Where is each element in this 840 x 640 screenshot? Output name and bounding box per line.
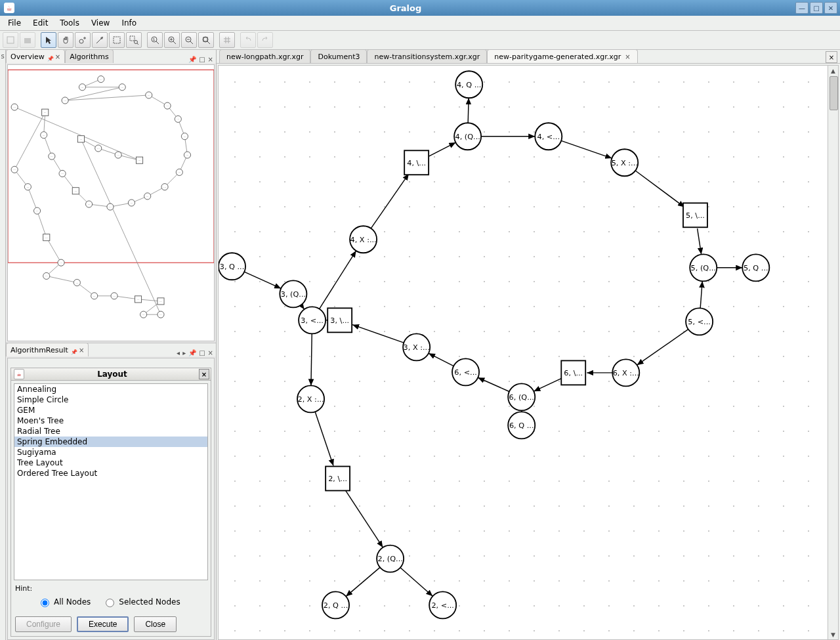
svg-text:3, <...: 3, <... <box>301 316 324 325</box>
svg-text:6, X :...: 6, X :... <box>613 369 639 377</box>
document-tab[interactable]: new-transitionsystem.xgr.xgr <box>367 49 487 63</box>
svg-point-5 <box>135 41 138 44</box>
layout-item[interactable]: Radial Tree <box>14 426 207 437</box>
graph-node[interactable]: 3, X :... <box>403 333 430 360</box>
svg-line-34 <box>28 187 37 211</box>
layout-item[interactable]: GEM <box>14 405 207 416</box>
tool-zoom-100-icon[interactable]: 1 <box>147 32 163 48</box>
graph-node[interactable]: 6, \... <box>561 360 585 385</box>
tab-algorithm-result[interactable]: AlgorithmResult × <box>6 343 89 356</box>
panel-pin-icon[interactable]: 📌 <box>188 349 196 356</box>
tool-redo-icon <box>257 32 273 48</box>
graph-node[interactable]: 2, (Q... <box>377 545 404 572</box>
layout-item[interactable]: Annealing <box>14 384 207 395</box>
svg-line-141 <box>478 377 509 391</box>
graph-node[interactable]: 5, (Q... <box>690 254 717 281</box>
tool-zoom-marquee-icon[interactable] <box>126 32 142 48</box>
svg-line-126 <box>468 98 469 123</box>
panel-prev-icon[interactable]: ◂ <box>177 349 180 356</box>
graph-node[interactable]: 6, Q ... <box>508 412 535 438</box>
panel-close-icon[interactable]: × <box>208 56 213 63</box>
panel-max-icon[interactable]: □ <box>199 349 205 356</box>
panel-pin-icon[interactable]: 📌 <box>188 56 196 63</box>
graph-node[interactable]: 2, Q ... <box>322 591 349 618</box>
pin-icon[interactable] <box>47 54 52 59</box>
tool-zoom-out-icon[interactable] <box>181 32 197 48</box>
document-tab[interactable]: new-paritygame-generated.xgr.xgr × <box>487 49 637 63</box>
scroll-down-icon[interactable]: ▼ <box>828 629 838 639</box>
graph-node[interactable]: 5, \... <box>683 203 707 227</box>
execute-button[interactable]: Execute <box>77 616 129 632</box>
radio-selected-nodes[interactable]: Selected Nodes <box>102 597 180 607</box>
radio-all-nodes[interactable]: All Nodes <box>37 597 91 607</box>
document-tab-close-icon[interactable]: × <box>625 53 630 60</box>
tool-undo-icon <box>240 32 256 48</box>
graph-node[interactable]: 2, <... <box>429 591 456 618</box>
tool-zoom-fit-icon[interactable] <box>198 32 214 48</box>
menu-edit[interactable]: Edit <box>28 17 53 29</box>
graph-node[interactable]: 4, Q ... <box>455 71 482 98</box>
layout-item[interactable]: Moen's Tree <box>14 416 207 426</box>
vertical-scrollbar[interactable]: ▲ ▼ <box>828 66 838 639</box>
svg-line-150 <box>400 568 432 597</box>
close-button[interactable]: Close <box>134 616 177 632</box>
graph-node[interactable]: 4, <... <box>535 123 562 150</box>
tab-overview[interactable]: Overview × <box>6 49 65 63</box>
tool-add-node-icon[interactable] <box>75 32 91 48</box>
graph-node[interactable]: 4, (Q... <box>454 123 481 150</box>
graph-node[interactable]: 4, X :... <box>350 226 377 253</box>
graph-node[interactable]: 5, Q ... <box>742 254 769 281</box>
layout-list[interactable]: AnnealingSimple CircleGEMMoen's TreeRadi… <box>14 383 208 580</box>
graph-node[interactable]: 6, X :... <box>612 359 639 386</box>
svg-line-148 <box>345 490 383 547</box>
graph-node[interactable]: 5, X :... <box>611 149 638 176</box>
tool-grid-icon[interactable] <box>219 32 235 48</box>
tab-algorithms[interactable]: Algorithms <box>65 49 114 63</box>
maximize-button[interactable]: □ <box>810 2 823 14</box>
pin-icon[interactable] <box>71 347 76 352</box>
graph-node[interactable]: 3, Q ... <box>219 253 245 280</box>
overview-panel[interactable]: ········································… <box>7 64 215 341</box>
graph-node[interactable]: 6, (Q... <box>508 383 535 410</box>
layout-close-icon[interactable]: × <box>199 369 209 379</box>
document-tab[interactable]: new-longpath.xgr.xgr <box>219 49 310 63</box>
menu-file[interactable]: File <box>3 17 26 29</box>
tool-hand-icon[interactable] <box>58 32 74 48</box>
close-window-button[interactable]: ✕ <box>824 2 837 14</box>
layout-item[interactable]: Simple Circle <box>14 395 207 405</box>
tool-marquee-icon[interactable] <box>109 32 125 48</box>
tool-cursor-icon[interactable] <box>41 32 56 48</box>
algorithm-result-panel: ☕ Layout × AnnealingSimple CircleGEMMoen… <box>7 358 215 640</box>
tool-add-edge-icon[interactable] <box>92 32 108 48</box>
graph-node[interactable]: 5, <... <box>686 308 713 335</box>
scrollbar-thumb[interactable] <box>830 76 838 110</box>
tool-zoom-in-icon[interactable] <box>164 32 180 48</box>
minimize-button[interactable]: — <box>795 2 808 14</box>
left-panel-edge[interactable]: s <box>0 50 6 640</box>
menu-tools[interactable]: Tools <box>54 17 85 29</box>
close-icon[interactable]: × <box>79 347 84 354</box>
close-icon[interactable]: × <box>55 53 60 60</box>
svg-line-45 <box>81 139 161 314</box>
graph-node[interactable]: 2, X :... <box>297 385 324 412</box>
graph-node[interactable]: 3, (Q... <box>280 280 306 307</box>
graph-node[interactable]: 3, \... <box>327 308 352 332</box>
layout-item[interactable]: Tree Layout <box>14 458 207 468</box>
graph-node[interactable]: 6, <... <box>452 358 479 385</box>
panel-close-icon[interactable]: × <box>208 349 213 356</box>
tabs-close-icon[interactable]: × <box>826 51 837 63</box>
graph-node[interactable]: 3, <... <box>299 307 326 333</box>
layout-item[interactable]: Sugiyama <box>14 447 207 458</box>
panel-max-icon[interactable]: □ <box>199 56 205 63</box>
document-tab-label: new-transitionsystem.xgr.xgr <box>374 53 480 61</box>
scroll-up-icon[interactable]: ▲ <box>828 66 838 75</box>
menu-info[interactable]: Info <box>116 17 142 29</box>
graph-node[interactable]: 2, \... <box>326 467 350 491</box>
panel-next-icon[interactable]: ▸ <box>182 349 186 356</box>
layout-item[interactable]: Ordered Tree Layout <box>14 468 207 479</box>
menu-view[interactable]: View <box>86 17 115 29</box>
graph-canvas[interactable]: 4, Q ...4, (Q...4, <...4, \...5, X :...5… <box>218 65 839 640</box>
graph-node[interactable]: 4, \... <box>404 150 429 175</box>
document-tab[interactable]: Dokument3 <box>310 49 367 63</box>
layout-item[interactable]: Spring Embedded <box>14 437 207 447</box>
